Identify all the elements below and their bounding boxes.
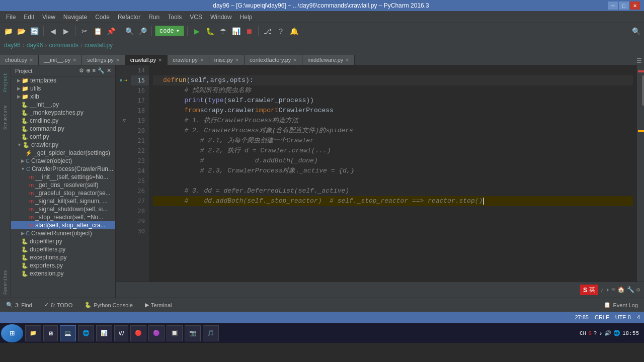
tab-chouti[interactable]: chouti.py ✕	[0, 55, 39, 65]
menu-tools[interactable]: Tools	[164, 13, 186, 22]
menu-view[interactable]: View	[38, 13, 59, 22]
taskbar-item-8[interactable]: 📷	[185, 325, 201, 341]
bread-commands[interactable]: commands	[49, 42, 78, 49]
ime-home-icon[interactable]: 🏠	[617, 286, 625, 294]
tree-item-exceptions[interactable]: 🐍 exceptions.py	[11, 253, 115, 261]
menu-edit[interactable]: Edit	[20, 13, 38, 22]
tree-item-templates[interactable]: ▶ 📁 templates	[11, 76, 115, 84]
taskbar-item-6[interactable]: 🟣	[148, 325, 165, 341]
tree-item-signal-kill[interactable]: m _signal_kill(self, signum, ...	[11, 197, 115, 205]
search-button[interactable]: 🔍	[123, 25, 135, 37]
menu-run[interactable]: Run	[144, 13, 164, 22]
tab-contextfactory[interactable]: contextfactory.py ✕	[245, 55, 302, 65]
code-content[interactable]: def run ( self , args , opts ): # 找到所有的爬…	[149, 65, 637, 282]
tree-item-getdns[interactable]: m _get_dns_resolver(self)	[11, 181, 115, 189]
tree-item-exporters[interactable]: 🐍 exporters.py	[11, 261, 115, 269]
forward-button[interactable]: ▶	[60, 25, 72, 37]
tree-item-signal-shutdown[interactable]: m _signal_shutdown(self, si...	[11, 205, 115, 213]
tree-item-crawler-class[interactable]: ▶ C Crawler(object)	[11, 157, 115, 165]
settings-button[interactable]: 🔔	[288, 25, 300, 37]
minimize-button[interactable]: ─	[608, 2, 618, 10]
ime-wrench-icon[interactable]: 🔧	[627, 286, 634, 294]
structure-icon[interactable]: Structure	[1, 103, 11, 133]
menu-vcs[interactable]: VCS	[186, 13, 206, 22]
tree-item-command[interactable]: 🐍 command.py	[11, 125, 115, 133]
tab-crawlall[interactable]: crawlall.py ✕	[125, 55, 168, 65]
menu-window[interactable]: Window	[206, 13, 236, 22]
bottom-tab-python[interactable]: 🐍 Python Console	[78, 300, 139, 310]
ime-star-icon[interactable]: ✦	[606, 286, 609, 294]
tab-crawler[interactable]: crawler.py ✕	[168, 55, 209, 65]
tab-settings[interactable]: settings.py ✕	[82, 55, 125, 65]
tab-crawlall-close[interactable]: ✕	[158, 57, 162, 63]
sync-button[interactable]: 🔄	[28, 25, 40, 37]
tab-chouti-close[interactable]: ✕	[29, 57, 33, 63]
find-button[interactable]: 🔎	[136, 25, 148, 37]
bottom-tab-eventlog[interactable]: 📋 Event Log	[598, 300, 644, 310]
tab-settings-close[interactable]: ✕	[116, 57, 120, 63]
code-area[interactable]: ● → ▽	[116, 65, 644, 282]
bread-day96-1[interactable]: day96	[4, 42, 21, 49]
start-button[interactable]: ⊞	[1, 324, 23, 342]
window-controls[interactable]: ─ □ ✕	[608, 2, 640, 10]
stop-button[interactable]: ⏹	[243, 25, 255, 37]
right-scrollbar[interactable]	[637, 65, 644, 282]
tab-middleware-close[interactable]: ✕	[345, 57, 349, 63]
new-button[interactable]: 📁	[2, 25, 14, 37]
taskbar-chrome[interactable]: 🌐	[78, 325, 94, 341]
tree-item-xlib[interactable]: ▶ 📁 xlib	[11, 93, 115, 101]
tab-contextfactory-close[interactable]: ✕	[293, 57, 297, 63]
tree-item-extension[interactable]: 🐍 extension.py	[11, 269, 115, 278]
bread-day96-2[interactable]: day96	[27, 42, 43, 49]
favorites-icon[interactable]: Favorites	[1, 267, 11, 298]
taskbar-file-explorer[interactable]: 📁	[25, 325, 41, 341]
tabs-more[interactable]: ☰	[636, 57, 642, 65]
project-icon[interactable]: Project	[1, 67, 11, 98]
tab-middleware[interactable]: middleware.py ✕	[302, 55, 355, 65]
coverage-button[interactable]: ☂	[217, 25, 229, 37]
project-gear-icon[interactable]: 🔧	[98, 67, 105, 74]
tree-item-getspider[interactable]: ⚡ _get_spider_loader(settings)	[11, 149, 115, 157]
project-collapse-icon[interactable]: ≡	[93, 67, 96, 74]
taskbar-item-5[interactable]: 🔴	[130, 325, 146, 341]
tree-item-dupefilter[interactable]: 🐍 dupefilter.py	[11, 237, 115, 245]
ime-keyboard-icon[interactable]: ⌨	[612, 286, 615, 294]
menu-refactor[interactable]: Refactor	[114, 13, 144, 22]
tab-misc-close[interactable]: ✕	[235, 57, 239, 63]
project-settings-icon[interactable]: ⚙	[79, 67, 84, 74]
open-button[interactable]: 📂	[15, 25, 27, 37]
copy-button[interactable]: 📋	[92, 25, 104, 37]
close-button[interactable]: ✕	[630, 2, 640, 10]
menu-code[interactable]: Code	[91, 13, 114, 22]
tree-item-dupefilters[interactable]: 🐍 dupefilters.py	[11, 245, 115, 253]
paste-button[interactable]: 📌	[105, 25, 117, 37]
taskbar-word[interactable]: W	[114, 325, 128, 341]
scrollbar-thumb[interactable]	[642, 75, 644, 106]
run-dropdown[interactable]: code ▾	[155, 26, 184, 36]
maximize-button[interactable]: □	[619, 2, 629, 10]
run-button[interactable]: ▶	[191, 25, 203, 37]
tree-item-init[interactable]: 🐍 __init__.py	[11, 101, 115, 109]
taskbar-item-2[interactable]: 🖥	[43, 325, 58, 341]
tree-item-crawlerprocess-init[interactable]: m __init__(self, settings=No...	[11, 173, 115, 181]
bottom-tab-find[interactable]: 🔍 3: Find	[0, 300, 38, 310]
menu-file[interactable]: File	[2, 13, 20, 22]
debug-button[interactable]: 🐛	[204, 25, 216, 37]
tree-item-graceful-stop[interactable]: m _graceful_stop_reactor(se...	[11, 189, 115, 197]
bottom-tab-terminal[interactable]: ▶ Terminal	[139, 300, 178, 310]
tab-init-close[interactable]: ✕	[72, 57, 76, 63]
tree-item-start[interactable]: m start(self, stop_after_cra...	[11, 221, 115, 229]
tree-item-crawlerrunner[interactable]: ▶ C CrawlerRunner(object)	[11, 229, 115, 237]
ime-s-button[interactable]: S 英	[580, 285, 598, 295]
tree-item-crawler[interactable]: ▼ 🐍 crawler.py	[11, 141, 115, 149]
tree-item-cmdline[interactable]: 🐍 cmdline.py	[11, 117, 115, 125]
help-button[interactable]: ?	[275, 25, 287, 37]
tree-item-stop-reactor[interactable]: m _stop_reactor(self, =No...	[11, 213, 115, 221]
tab-init[interactable]: __init__.py ✕	[39, 55, 82, 65]
taskbar-item-9[interactable]: 🎵	[203, 325, 219, 341]
bread-crawlall[interactable]: crawlall.py	[85, 42, 113, 49]
tree-item-conf[interactable]: 🐍 conf.py	[11, 133, 115, 141]
taskbar-item-7[interactable]: 🔲	[167, 325, 183, 341]
vcs-button[interactable]: ⎇	[262, 25, 274, 37]
bottom-tab-todo[interactable]: ✓ 6: TODO	[38, 300, 79, 310]
